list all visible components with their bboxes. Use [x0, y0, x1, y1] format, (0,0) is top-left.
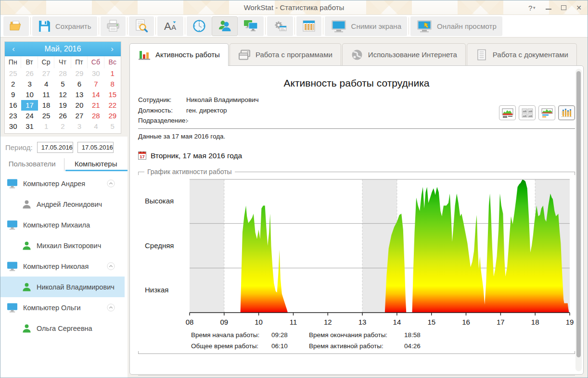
tree-item-computer[interactable]: Компьютер Андрея — [0, 173, 125, 194]
screenshots-button[interactable]: Снимки экрана — [325, 16, 407, 36]
calendar-day[interactable]: 6 — [71, 79, 88, 89]
calendar-day[interactable]: 22 — [104, 100, 121, 111]
period-from-input[interactable] — [37, 142, 73, 153]
calendar-day[interactable]: 24 — [21, 111, 38, 121]
data-note: Данные за 17 мая 2016 года. — [138, 133, 575, 140]
next-section-divider — [138, 375, 575, 376]
x-axis-label: 09 — [218, 318, 230, 326]
tree-item-computer[interactable]: Компьютер Николая — [0, 256, 125, 277]
print-preview-button[interactable] — [129, 16, 154, 36]
calendar-day[interactable]: 27 — [71, 111, 88, 121]
calendar-day[interactable]: 4 — [88, 121, 104, 132]
calendar-day[interactable]: 25 — [38, 111, 54, 121]
calendar-day[interactable]: 3 — [71, 121, 88, 132]
report-button[interactable] — [296, 16, 321, 36]
calendar-day[interactable]: 18 — [38, 100, 54, 111]
calendar-day[interactable]: 1 — [38, 121, 54, 132]
collapse-chevron-icon[interactable] — [107, 303, 115, 312]
weekday-label: Пт — [71, 56, 88, 68]
calendar-day[interactable]: 8 — [104, 79, 121, 89]
toolbar-separator — [185, 17, 185, 35]
calendar-day[interactable]: 2 — [54, 121, 71, 132]
period-to-input[interactable] — [77, 142, 114, 153]
save-button[interactable]: Сохранить — [32, 16, 97, 36]
histogram-view-button[interactable] — [558, 105, 575, 120]
tree-item-user[interactable]: Андрей Леонидович — [0, 194, 125, 214]
single-chart-view-button[interactable] — [499, 105, 516, 120]
start-time-value: 09:28 — [271, 329, 309, 341]
tree-item-user[interactable]: Михаил Викторович — [0, 235, 125, 256]
calendar-next-button[interactable]: › — [108, 44, 116, 54]
calendar-day[interactable]: 29 — [104, 111, 121, 121]
close-button[interactable]: ✕ — [576, 4, 582, 12]
scrollbar-thumb[interactable] — [576, 71, 581, 357]
work-time-summary: Время начала работы:09:28 Время окончани… — [191, 329, 575, 352]
tree-item-user[interactable]: Ольга Сергеевна — [0, 318, 125, 339]
tab-users[interactable]: Пользователи — [0, 158, 64, 171]
calendar-day[interactable]: 5 — [104, 121, 121, 132]
calendar-prev-button[interactable]: ‹ — [10, 44, 17, 54]
time-button[interactable] — [187, 16, 212, 36]
online-view-button[interactable]: Онлайн просмотр — [410, 16, 502, 36]
folder-open-icon — [9, 20, 23, 32]
computer-icon — [7, 303, 18, 313]
weekday-label: Ср — [38, 56, 54, 68]
calendar-day[interactable]: 2 — [5, 79, 21, 89]
users-button[interactable] — [212, 16, 238, 36]
toolbar-separator — [409, 17, 409, 35]
calendar-day[interactable]: 3 — [21, 79, 38, 89]
tab-computers[interactable]: Компьютеры — [64, 158, 128, 171]
calendar-day[interactable]: 19 — [54, 100, 71, 111]
calendar-day[interactable]: 15 — [104, 89, 121, 100]
tab-programs[interactable]: Работа с программами — [230, 43, 341, 65]
calendar-day[interactable]: 28 — [54, 68, 71, 79]
calendar-day[interactable]: 20 — [71, 100, 88, 111]
calendar-day[interactable]: 13 — [71, 89, 88, 100]
tree-item-user[interactable]: Николай Владимирович — [0, 277, 125, 297]
calendar-day[interactable]: 12 — [54, 89, 71, 100]
calendar-day[interactable]: 1 — [104, 68, 121, 79]
chart-with-bars-view-button[interactable] — [538, 105, 555, 120]
collapse-chevron-icon[interactable] — [107, 262, 115, 270]
tab-activity[interactable]: Активность работы — [129, 43, 229, 66]
calendar-day[interactable]: 14 — [88, 89, 104, 100]
tab-internet[interactable]: Использование Интернета — [342, 43, 466, 65]
help-button[interactable]: ?▼ — [528, 4, 536, 12]
print-button[interactable] — [101, 16, 126, 36]
calendar-day[interactable]: 11 — [38, 89, 54, 100]
tree-item-computer[interactable]: Компьютер Ольги — [0, 297, 125, 318]
calendar-day[interactable]: 9 — [5, 89, 21, 100]
calendar-day[interactable]: 26 — [21, 68, 38, 79]
minimize-button[interactable] — [546, 5, 551, 11]
calendar-day[interactable]: 29 — [71, 68, 88, 79]
fonts-button[interactable]: AA — [157, 16, 183, 36]
calendar-day[interactable]: 5 — [54, 79, 71, 89]
groupbox-label: График активности работы — [144, 168, 235, 176]
calendar-day[interactable]: 31 — [21, 121, 38, 132]
calendar-day-selected[interactable]: 17 — [21, 100, 38, 111]
calendar-day[interactable]: 4 — [38, 79, 54, 89]
calendar-day[interactable]: 26 — [54, 111, 71, 121]
collapse-chevron-icon[interactable] — [107, 179, 115, 188]
vertical-scrollbar[interactable] — [575, 69, 582, 371]
calendar-day[interactable]: 21 — [88, 100, 104, 111]
computers-button[interactable] — [238, 16, 264, 36]
maximize-button[interactable] — [561, 5, 566, 10]
calendar-day[interactable]: 16 — [5, 100, 21, 111]
window-controls: ?▼ ✕ — [528, 0, 582, 15]
tab-documents[interactable]: Работа с документами — [467, 43, 577, 65]
calendar-day[interactable]: 28 — [88, 111, 104, 121]
toolbar-separator — [294, 17, 295, 35]
calendar-day[interactable]: 25 — [5, 68, 21, 79]
calendar-day[interactable]: 10 — [21, 89, 38, 100]
tree-item-computer[interactable]: Компьютер Михаила — [0, 214, 125, 235]
calendar-day[interactable]: 30 — [88, 68, 104, 79]
print-icon — [106, 20, 120, 32]
calendar-day[interactable]: 23 — [5, 111, 21, 121]
open-button[interactable] — [3, 16, 29, 36]
calendar-day[interactable]: 27 — [38, 68, 54, 79]
settings-button[interactable] — [267, 16, 293, 36]
grid-charts-view-button[interactable] — [519, 105, 536, 120]
calendar-day[interactable]: 30 — [5, 121, 21, 132]
calendar-day[interactable]: 7 — [88, 79, 104, 89]
